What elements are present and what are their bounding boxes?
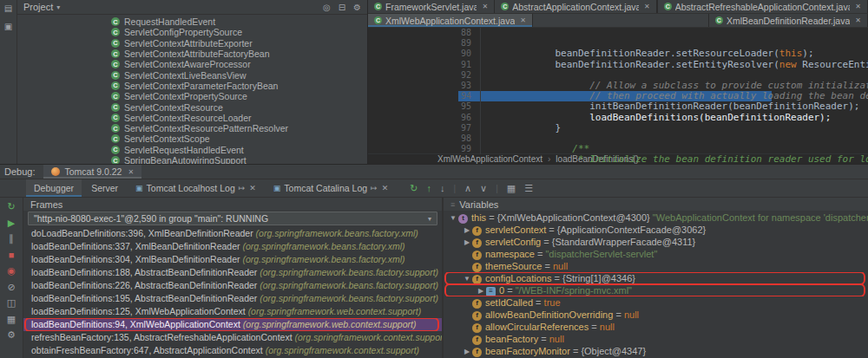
close-icon[interactable]: ✕ <box>249 184 256 192</box>
debug-tab[interactable]: ▣ Tomcat Localhost Log ↦✕ <box>128 179 264 197</box>
variable-row[interactable]: ▶fbeanFactoryMonitor = {Object@4347} <box>444 345 868 357</box>
resume-icon[interactable]: ▶ <box>8 218 15 228</box>
stack-frame[interactable]: loadBeanDefinitions:94, XmlWebApplicatio… <box>23 318 442 331</box>
mute-breakpoints-icon[interactable]: ⊘ <box>7 283 15 292</box>
variable-row[interactable]: ▼tthis = {XmlWebApplicationContext@4300}… <box>444 212 868 224</box>
expander-icon[interactable]: ▶ <box>463 237 471 248</box>
project-tree-item[interactable]: C ServletContextResourcePatternResolver <box>17 123 367 133</box>
locate-file-icon[interactable]: ◎ <box>323 3 331 12</box>
project-tree-item[interactable]: C ServletRequestHandledEvent <box>17 145 367 155</box>
stop-icon[interactable]: ■ <box>9 251 15 260</box>
project-tool-icon[interactable]: ▤ <box>4 3 12 13</box>
variable-row[interactable]: fbeanFactory = null <box>444 333 868 345</box>
variable-type-icon: f <box>472 226 482 236</box>
variable-row[interactable]: fallowCircularReferences = null <box>444 321 868 333</box>
separator[interactable]: | <box>453 184 456 193</box>
expander-icon[interactable]: ▼ <box>463 273 471 284</box>
debug-tab[interactable]: ▣ Tomcat Catalina Log ↦✕ <box>266 179 396 197</box>
view-breakpoints-icon[interactable]: ◉ <box>7 266 16 276</box>
code-token: loadBeanDefinitions(beanDefinitionReader… <box>555 112 831 123</box>
equals-sign: = <box>504 285 516 296</box>
project-tree-item[interactable]: C ServletContextResourceLoader <box>17 113 367 123</box>
project-tree-item[interactable]: C ServletConfigPropertySource <box>17 27 367 37</box>
close-icon[interactable]: ✕ <box>126 168 134 176</box>
editor-tab[interactable]: C XmlWebApplicationContext.java ✕ <box>368 14 533 27</box>
tab-label: AbstractRefreshableApplicationContext.ja… <box>675 2 851 12</box>
project-tree-item[interactable]: C ServletContextAttributeFactoryBean <box>17 49 367 59</box>
thread-dump-icon[interactable]: ◫ <box>7 298 16 308</box>
editor-tab-row-1: C FrameworkServlet.java ✕ C AbstractAppl… <box>368 0 868 14</box>
project-tree-item[interactable]: C ServletContextAttributeExporter <box>17 38 367 49</box>
stack-frame[interactable]: loadBeanDefinitions:304, XmlBeanDefiniti… <box>23 253 442 266</box>
stack-frame[interactable]: doLoadBeanDefinitions:396, XmlBeanDefini… <box>23 227 442 240</box>
layout-icon[interactable]: ▦ <box>7 315 16 324</box>
collapse-all-icon[interactable]: ⊟ <box>339 3 345 12</box>
code-area[interactable]: 88 beanDefinitionReader.setResourceLoade… <box>368 28 868 164</box>
close-icon[interactable]: ✕ <box>382 184 389 192</box>
project-panel-title[interactable]: Project ▾ <box>23 2 60 12</box>
project-tree-item[interactable]: C ServletContextResource <box>17 101 367 112</box>
stack-frame[interactable]: loadBeanDefinitions:188, AbstractBeanDef… <box>23 266 442 279</box>
pause-icon[interactable]: ∥ <box>9 234 14 244</box>
variable-value: {String[1]@4346} <box>562 273 635 283</box>
debug-tab-actions: ↦✕ <box>239 184 256 192</box>
frame-location: doLoadBeanDefinitions:396, <box>31 228 148 238</box>
scroll-to-end-icon[interactable]: ↦ <box>371 184 378 192</box>
debug-tab[interactable]: ▣ Debugger ↦✕ <box>26 179 82 197</box>
settings-icon[interactable]: ⚙ <box>7 330 16 340</box>
stack-frame[interactable]: obtainFreshBeanFactory:647, AbstractAppl… <box>23 344 442 357</box>
project-tree-item[interactable]: C ServletContextAwareProcessor <box>17 59 367 69</box>
expander-icon[interactable]: ▶ <box>463 225 471 236</box>
stack-frame[interactable]: loadBeanDefinitions:195, AbstractBeanDef… <box>23 292 442 305</box>
editor-tab[interactable]: C AbstractApplicationContext.java ✕ <box>495 0 656 13</box>
close-icon[interactable]: ✕ <box>642 3 650 10</box>
project-tree-item[interactable]: C ServletContextPropertySource <box>17 91 367 101</box>
close-icon[interactable]: ✕ <box>853 3 861 10</box>
variable-row[interactable]: ▶fservletConfig = {StandardWrapperFacade… <box>444 236 868 248</box>
stack-frame[interactable]: refreshBeanFactory:135, AbstractRefresha… <box>23 331 442 344</box>
variable-row[interactable]: fthemeSource = null <box>444 260 868 272</box>
scroll-to-end-icon[interactable]: ↦ <box>239 184 246 192</box>
layout-grid-icon[interactable]: ▦ <box>507 183 516 194</box>
variable-row[interactable]: ▶fservletContext = {ApplicationContextFa… <box>444 224 868 236</box>
close-icon[interactable]: ✕ <box>518 16 526 24</box>
structure-tool-icon[interactable]: ▣ <box>4 22 12 31</box>
stack-frame[interactable]: loadBeanDefinitions:226, AbstractBeanDef… <box>23 279 442 292</box>
editor-tab[interactable]: C FrameworkServlet.java ✕ <box>368 0 495 13</box>
expander-icon[interactable]: ▶ <box>463 346 471 357</box>
close-icon[interactable]: ✕ <box>853 16 861 24</box>
variable-row[interactable]: fnamespace = "dispatcherServlet-servlet" <box>444 248 868 260</box>
variable-row[interactable]: fallowBeanDefinitionOverriding = null <box>444 309 868 321</box>
collapse-icon[interactable]: ∧ <box>464 183 471 194</box>
debug-tab[interactable]: ▣ Server ↦✕ <box>83 179 126 197</box>
debug-session-tab[interactable]: Tomcat 9.0.22 ✕ <box>43 165 141 179</box>
editor-tab[interactable]: C XmlBeanDefinitionReader.java ✕ <box>708 14 868 27</box>
settings-icon[interactable]: ⚙ <box>353 3 361 12</box>
project-tree-item[interactable]: C ServletContextParameterFactoryBean <box>17 81 367 91</box>
thread-selector[interactable]: "http-nio-8080-exec-1"@2,590 in group "m… <box>28 212 437 225</box>
separator[interactable]: | <box>496 184 498 193</box>
close-icon[interactable]: ✕ <box>480 3 488 10</box>
rerun-icon[interactable]: ↻ <box>7 202 15 212</box>
expander-icon[interactable]: ▼ <box>449 212 457 224</box>
stack-frame[interactable]: loadBeanDefinitions:125, XmlWebApplicati… <box>23 305 442 318</box>
project-tree-item[interactable]: C ServletContextScope <box>17 133 367 144</box>
menu-icon[interactable]: ☰ <box>524 183 533 194</box>
variable-row[interactable]: ▼fconfigLocations = {String[1]@4346} <box>444 272 868 284</box>
variable-row[interactable]: ▶≡0 = "/WEB-INF/spring-mvc.xml" <box>444 284 868 296</box>
editor-tab[interactable]: C AbstractRefreshableApplicationContext.… <box>657 0 868 13</box>
equals-sign: = <box>551 273 562 283</box>
project-tree-item[interactable]: C RequestHandledEvent <box>17 16 367 27</box>
rerun-server-icon[interactable]: ↻ <box>410 183 418 194</box>
expander-icon[interactable]: ▶ <box>477 285 485 296</box>
frame-package: (org.springframework.beans.factory.suppo… <box>260 267 438 277</box>
frame-class: AbstractBeanDefinitionReader <box>135 280 260 290</box>
variable-row[interactable]: fsetIdCalled = true <box>444 296 868 309</box>
project-tree-item[interactable]: C SpringBeanAutowiringSupport <box>17 155 367 164</box>
expand-icon[interactable]: ∨ <box>480 183 487 194</box>
project-tree-item[interactable]: C ServletContextLiveBeansView <box>17 69 367 80</box>
deploy-icon[interactable]: ↑ <box>426 183 431 193</box>
undeploy-icon[interactable]: ↓ <box>440 183 445 193</box>
code-text: loadBeanDefinitions(beanDefinitionReader… <box>481 91 831 101</box>
stack-frame[interactable]: loadBeanDefinitions:337, XmlBeanDefiniti… <box>23 240 442 253</box>
